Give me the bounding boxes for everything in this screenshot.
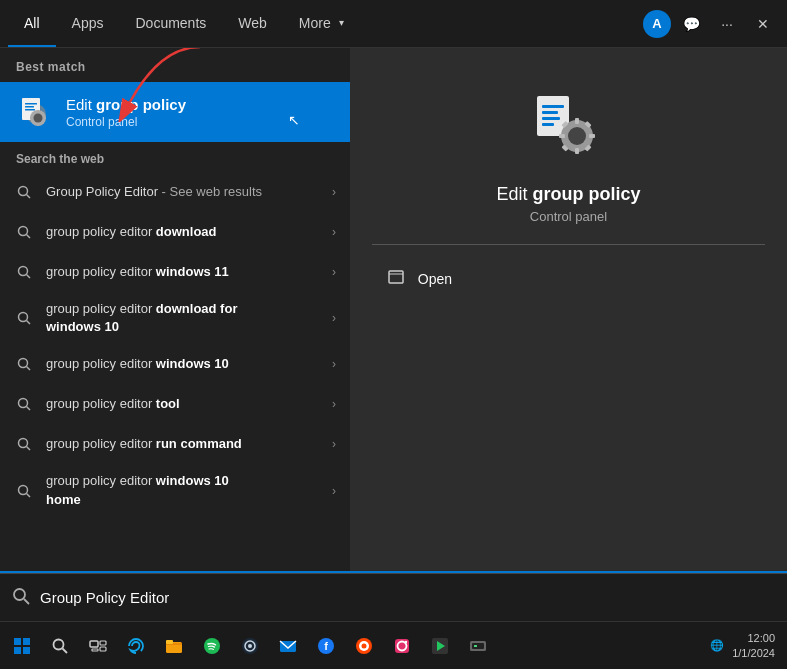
- search-web-label: Search the web: [0, 142, 350, 172]
- app10-button[interactable]: [346, 628, 382, 664]
- svg-rect-51: [14, 647, 21, 654]
- best-match-subtitle: Control panel: [66, 115, 186, 129]
- app10-icon: [354, 636, 374, 656]
- steam-button[interactable]: [232, 628, 268, 664]
- explorer-button[interactable]: [156, 628, 192, 664]
- svg-rect-31: [542, 111, 558, 114]
- result-text-0: Group Policy Editor - See web results: [46, 183, 324, 201]
- svg-rect-78: [474, 645, 477, 647]
- result-item-2[interactable]: group policy editor windows 11 ›: [0, 252, 350, 292]
- taskbar-search-button[interactable]: [42, 628, 78, 664]
- result-text-1: group policy editor download: [46, 223, 324, 241]
- svg-line-20: [27, 321, 31, 325]
- svg-rect-57: [100, 647, 106, 651]
- tab-more[interactable]: More ▾: [283, 0, 360, 47]
- svg-rect-37: [575, 148, 579, 154]
- search-bar[interactable]: [0, 573, 787, 621]
- chevron-down-icon: ▾: [339, 17, 344, 28]
- tab-bar: All Apps Documents Web More ▾ A 💬 ···: [0, 0, 787, 48]
- svg-line-22: [27, 367, 31, 371]
- tab-all-label: All: [24, 15, 40, 31]
- feedback-button[interactable]: 💬: [675, 8, 707, 40]
- close-button[interactable]: ✕: [747, 8, 779, 40]
- best-match-text-block: Edit group policy Control panel: [66, 96, 186, 129]
- user-avatar[interactable]: A: [643, 10, 671, 38]
- result-item-7[interactable]: group policy editor windows 10home ›: [0, 464, 350, 516]
- tab-documents-label: Documents: [135, 15, 206, 31]
- app11-button[interactable]: [384, 628, 420, 664]
- svg-rect-44: [389, 271, 403, 283]
- app13-button[interactable]: [460, 628, 496, 664]
- svg-point-53: [54, 639, 64, 649]
- app13-icon: [468, 636, 488, 656]
- start-button[interactable]: [4, 628, 40, 664]
- system-tray-icons[interactable]: 🌐: [706, 628, 728, 664]
- chevron-icon-4: ›: [332, 357, 336, 371]
- time: 12:00: [732, 631, 775, 645]
- open-action[interactable]: Open: [372, 261, 765, 297]
- result-item-4[interactable]: group policy editor windows 10 ›: [0, 344, 350, 384]
- svg-point-35: [568, 127, 586, 145]
- result-item-5[interactable]: group policy editor tool ›: [0, 384, 350, 424]
- magnify-icon-1: [17, 225, 31, 239]
- magnify-icon-6: [17, 437, 31, 451]
- result-item-3[interactable]: group policy editor download forwindows …: [0, 292, 350, 344]
- svg-point-25: [19, 439, 28, 448]
- svg-rect-3: [25, 103, 37, 105]
- chevron-icon-3: ›: [332, 311, 336, 325]
- tab-web[interactable]: Web: [222, 0, 283, 47]
- result-text-5: group policy editor tool: [46, 395, 324, 413]
- tab-documents[interactable]: Documents: [119, 0, 222, 47]
- svg-rect-33: [542, 123, 554, 126]
- svg-point-21: [19, 359, 28, 368]
- taskbar: f 🌐: [0, 621, 787, 669]
- open-label[interactable]: Open: [418, 271, 452, 287]
- clock[interactable]: 12:00 1/1/2024: [732, 631, 775, 660]
- steam-icon: [240, 636, 260, 656]
- result-text-3: group policy editor download forwindows …: [46, 300, 324, 336]
- svg-rect-30: [542, 105, 564, 108]
- tab-web-label: Web: [238, 15, 267, 31]
- tab-apps[interactable]: Apps: [56, 0, 120, 47]
- svg-line-14: [27, 195, 31, 199]
- task-view-button[interactable]: [80, 628, 116, 664]
- result-item-1[interactable]: group policy editor download ›: [0, 212, 350, 252]
- mail-button[interactable]: [270, 628, 306, 664]
- feedback-icon: 💬: [683, 16, 700, 32]
- svg-line-54: [63, 648, 68, 653]
- svg-rect-38: [559, 134, 565, 138]
- more-options-button[interactable]: ···: [711, 8, 743, 40]
- result-item-0[interactable]: Group Policy Editor - See web results ›: [0, 172, 350, 212]
- svg-line-24: [27, 407, 31, 411]
- app12-button[interactable]: [422, 628, 458, 664]
- result-text-4: group policy editor windows 10: [46, 355, 324, 373]
- open-icon: [388, 269, 406, 289]
- network-icon: 🌐: [710, 639, 724, 652]
- magnify-icon-5: [17, 397, 31, 411]
- cursor-indicator: ↖: [288, 112, 300, 128]
- svg-rect-39: [589, 134, 595, 138]
- search-input[interactable]: [40, 589, 775, 606]
- app9-button[interactable]: f: [308, 628, 344, 664]
- svg-point-47: [14, 589, 25, 600]
- right-panel-subtitle: Control panel: [530, 209, 607, 224]
- tab-all[interactable]: All: [8, 0, 56, 47]
- svg-rect-8: [37, 110, 39, 113]
- tab-more-label: More: [299, 15, 331, 31]
- search-icon-7: [14, 481, 34, 501]
- spotify-button[interactable]: [194, 628, 230, 664]
- edge-button[interactable]: [118, 628, 154, 664]
- result-text-7: group policy editor windows 10home: [46, 472, 324, 508]
- search-icon-0: [14, 182, 34, 202]
- svg-point-19: [19, 313, 28, 322]
- svg-point-15: [19, 227, 28, 236]
- date: 1/1/2024: [732, 646, 775, 660]
- svg-line-48: [24, 599, 29, 604]
- result-item-6[interactable]: group policy editor run command ›: [0, 424, 350, 464]
- svg-rect-50: [23, 638, 30, 645]
- edge-icon: [126, 636, 146, 656]
- right-panel-title: Edit group policy: [496, 184, 640, 205]
- svg-rect-55: [90, 641, 98, 647]
- best-match-item[interactable]: Edit group policy Control panel ↖: [0, 82, 350, 142]
- search-icon-5: [14, 394, 34, 414]
